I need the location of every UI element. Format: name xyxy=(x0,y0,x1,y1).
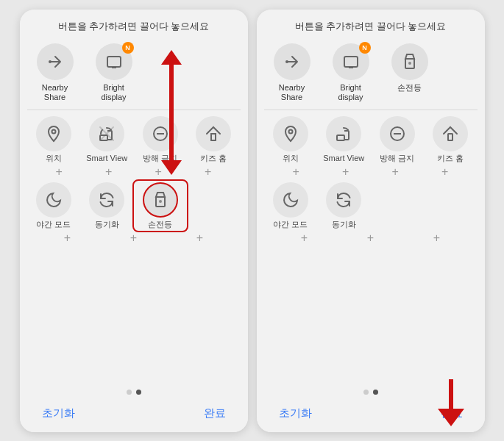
right-bright-display[interactable]: N Brightdisplay xyxy=(326,43,376,102)
right-dnd-icon xyxy=(388,125,406,143)
left-top-section: NearbyShare N Brightdisplay xyxy=(20,39,248,110)
left-flashlight[interactable]: 손전등 xyxy=(135,182,185,229)
smart-view-icon xyxy=(98,125,116,143)
right-sync-icon xyxy=(335,191,352,209)
right-location[interactable]: 위치 xyxy=(266,116,316,163)
svg-rect-10 xyxy=(344,57,358,67)
plus-btn-1[interactable]: + xyxy=(35,165,85,179)
left-nearby-share[interactable]: NearbyShare xyxy=(30,43,80,102)
left-done-button[interactable]: 완료 xyxy=(204,406,226,420)
left-smart-view[interactable]: Smart View xyxy=(82,116,132,163)
right-sync[interactable]: 동기화 xyxy=(319,182,369,229)
header-instruction: 버튼을 추가하려면 끌어다 놓으세요 xyxy=(58,21,210,32)
right-dnd[interactable]: 방해 금지 xyxy=(372,116,422,163)
left-night-mode[interactable]: 야간 모드 xyxy=(29,182,79,229)
kids-home-icon xyxy=(205,125,222,143)
right-smart-view[interactable]: Smart View xyxy=(319,116,369,163)
right-night-mode[interactable]: 야간 모드 xyxy=(266,182,316,229)
left-dnd[interactable]: 방해 금지 xyxy=(135,116,185,163)
right-grid-row-1: 위치 Smart View xyxy=(264,116,478,163)
right-plus-btn-3[interactable]: + xyxy=(371,165,421,179)
right-kids-home-icon-wrap xyxy=(433,116,468,151)
plus-btn-3[interactable]: + xyxy=(134,165,184,179)
left-grid-row-1: 위치 Smart View xyxy=(27,116,241,163)
sync-icon-wrap xyxy=(89,182,124,218)
right-smart-view-icon-wrap xyxy=(326,116,361,151)
svg-point-13 xyxy=(288,129,292,133)
dnd-icon xyxy=(152,125,169,143)
left-kids-home[interactable]: 키즈 홈 xyxy=(188,116,238,163)
right-smart-view-label: Smart View xyxy=(323,154,364,163)
right-nearby-share-icon xyxy=(283,53,301,71)
plus-btn-4[interactable]: + xyxy=(183,165,233,179)
right-nearby-share[interactable]: NearbyShare xyxy=(267,43,317,102)
right-flashlight-icon xyxy=(401,53,419,71)
plus-btn-6[interactable]: + xyxy=(109,231,159,245)
right-grid-row-2: 야간 모드 동기화 xyxy=(264,182,478,229)
right-plus-btn-5[interactable]: + xyxy=(280,231,330,245)
left-panel: 버튼을 추가하려면 끌어다 놓으세요 NearbyShare N Brightd xyxy=(20,10,248,432)
right-bright-display-icon-wrap: N xyxy=(333,43,369,80)
left-grid-section: 위치 Smart View xyxy=(20,110,248,385)
svg-point-8 xyxy=(159,200,162,203)
right-flashlight-icon-wrap xyxy=(391,43,428,80)
right-flashlight-label: 손전등 xyxy=(397,83,422,93)
flashlight-icon-wrap xyxy=(143,182,178,218)
right-flashlight-top[interactable]: 손전등 xyxy=(385,43,435,102)
svg-rect-14 xyxy=(337,135,344,140)
nearby-share-label: NearbyShare xyxy=(42,83,68,102)
left-location[interactable]: 위치 xyxy=(29,116,79,163)
right-done-button[interactable]: 완료 xyxy=(441,406,463,420)
bright-display-label: Brightdisplay xyxy=(101,83,126,102)
dot-2 xyxy=(136,390,141,395)
right-plus-btn-6[interactable]: + xyxy=(346,231,396,245)
right-bright-display-label: Brightdisplay xyxy=(338,83,363,102)
flashlight-label: 손전등 xyxy=(148,220,172,229)
right-plus-btn-1[interactable]: + xyxy=(271,165,322,179)
svg-rect-1 xyxy=(107,57,121,67)
night-mode-icon-wrap xyxy=(36,182,71,218)
kids-home-label: 키즈 홈 xyxy=(200,154,227,163)
left-grid-row-2: 야간 모드 동기화 xyxy=(27,182,241,229)
right-location-label: 위치 xyxy=(283,154,299,163)
right-plus-row-1: + + + + xyxy=(264,165,478,179)
right-dnd-label: 방해 금지 xyxy=(380,154,414,163)
right-smart-view-icon xyxy=(335,125,352,143)
plus-btn-2[interactable]: + xyxy=(84,165,134,179)
left-bright-display[interactable]: N Brightdisplay xyxy=(89,43,139,102)
right-kids-home-icon xyxy=(441,125,459,143)
right-kids-home[interactable]: 키즈 홈 xyxy=(425,116,475,163)
plus-btn-7[interactable]: + xyxy=(175,231,225,245)
right-plus-btn-4[interactable]: + xyxy=(420,165,470,179)
left-sync[interactable]: 동기화 xyxy=(82,182,132,229)
right-footer: 초기화 완료 xyxy=(257,399,485,432)
svg-point-3 xyxy=(52,129,55,133)
sync-icon xyxy=(98,191,116,209)
svg-point-0 xyxy=(49,60,52,63)
right-plus-btn-2[interactable]: + xyxy=(321,165,371,179)
location-label: 위치 xyxy=(46,154,62,163)
svg-rect-2 xyxy=(112,67,116,68)
right-plus-row-2: + + + xyxy=(264,231,478,245)
location-icon-wrap xyxy=(36,116,71,151)
dnd-icon-wrap xyxy=(143,116,178,151)
night-mode-label: 야간 모드 xyxy=(36,220,71,229)
plus-btn-5[interactable]: + xyxy=(43,231,93,245)
left-footer: 초기화 완료 xyxy=(20,399,248,432)
right-plus-btn-7[interactable]: + xyxy=(412,231,462,245)
right-header-instruction: 버튼을 추가하려면 끌어다 놓으세요 xyxy=(295,21,447,32)
right-reset-button[interactable]: 초기화 xyxy=(279,406,312,420)
smart-view-icon-wrap xyxy=(89,116,124,151)
right-top-section: NearbyShare N Brightdisplay 손전등 xyxy=(257,39,485,110)
badge-n: N xyxy=(122,42,134,54)
right-dot-1 xyxy=(363,390,369,395)
right-dot-row xyxy=(257,385,485,399)
svg-rect-17 xyxy=(448,134,452,140)
right-bright-display-icon xyxy=(342,53,360,71)
left-reset-button[interactable]: 초기화 xyxy=(42,406,75,420)
dot-1 xyxy=(127,390,132,395)
right-location-icon-wrap xyxy=(273,116,308,151)
right-panel-header: 버튼을 추가하려면 끌어다 놓으세요 xyxy=(257,10,485,39)
right-sync-label: 동기화 xyxy=(332,220,356,229)
svg-point-9 xyxy=(285,60,288,63)
